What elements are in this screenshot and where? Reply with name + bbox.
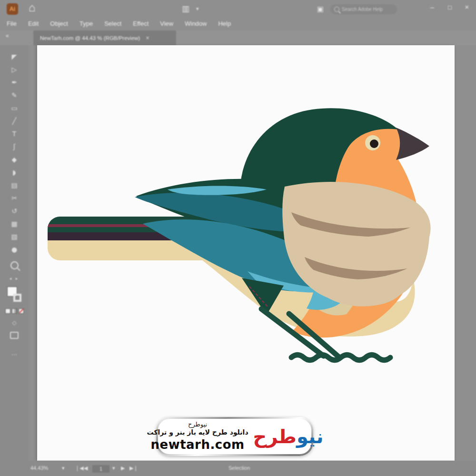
shape-tool[interactable]: ◆ (0, 156, 29, 169)
menu-bar: File Edit Object Type Select Effect View… (7, 20, 231, 30)
menu-object[interactable]: Object (50, 20, 68, 30)
blob-brush-tool[interactable]: ● (0, 246, 29, 258)
zoom-level-value[interactable]: 44.43% (30, 465, 48, 471)
curvature-tool[interactable]: ✎ (0, 91, 29, 104)
document-tab-bar: « NewTarh.com @ 44.43 % (RGB/Preview) × (0, 30, 476, 45)
watermark-brand: نیوطرح (188, 421, 207, 428)
edit-toolbar-icon[interactable]: ⋯ (11, 351, 18, 358)
menu-file[interactable]: File (7, 20, 17, 30)
previous-artboard-icon[interactable]: ◀ (84, 465, 88, 471)
newtarh-logo: نیوطرح (253, 427, 327, 446)
watermark-domain: newtarh.com (150, 437, 244, 453)
stroke-swatch[interactable] (13, 294, 21, 302)
artboard-dropdown-caret-icon[interactable]: ▾ (112, 465, 115, 471)
artboard-canvas[interactable] (37, 45, 455, 461)
tab-close-icon[interactable]: × (146, 35, 149, 41)
illustrator-app-icon[interactable]: Ai (7, 3, 18, 15)
watermark-text-block: نیوطرح دانلود طرح لایه باز بنر و تراکت n… (143, 421, 248, 452)
graph-tool[interactable]: ▦ (0, 220, 29, 233)
status-bar: 44.43% ▾ ❘◀ ◀ 1 ▾ ▶ ▶❘ Selection (0, 461, 476, 476)
search-placeholder: Search Adobe Help (342, 7, 383, 12)
tools-panel: ◤ ▷ ✒ ✎ ▭ ╱ T ʃ ◆ ◗ ▤ ✂ ↺ ▦ ▧ ● ◂ ▸ ◇ ⋯ (0, 45, 29, 461)
zoom-tool-icon[interactable] (10, 261, 19, 269)
menu-effect[interactable]: Effect (133, 20, 149, 30)
mesh-tool[interactable]: ▤ (0, 181, 29, 194)
search-icon (334, 7, 339, 12)
shaper-tool[interactable]: ◗ (0, 169, 29, 181)
newtarh-watermark: نیوطرح نیوطرح دانلود طرح لایه باز بنر و … (156, 417, 313, 456)
artboard-tool[interactable]: ▭ (0, 104, 29, 117)
zoom-dropdown-caret-icon[interactable]: ▾ (62, 465, 65, 471)
logo-part-red: طرح (253, 426, 297, 447)
next-artboard-icon[interactable]: ▶ (121, 465, 125, 471)
swap-fill-stroke-icon[interactable]: ◂ ▸ (10, 276, 20, 281)
minimize-button[interactable]: – (426, 3, 438, 11)
rotate-tool[interactable]: ↺ (0, 207, 29, 220)
document-tab[interactable]: NewTarh.com @ 44.43 % (RGB/Preview) × (33, 30, 176, 45)
home-icon[interactable]: ⌂ (29, 1, 36, 14)
menu-type[interactable]: Type (79, 20, 93, 30)
menu-help[interactable]: Help (218, 20, 231, 30)
gradient-tool[interactable]: ▧ (0, 233, 29, 246)
gradient-mode-icon[interactable] (12, 308, 17, 314)
workspace-caret-icon[interactable]: ▾ (196, 6, 199, 12)
workspace-switcher-icon[interactable]: ▥ (182, 4, 189, 14)
menu-edit[interactable]: Edit (28, 20, 39, 30)
paintbrush-tool[interactable]: ʃ (0, 143, 29, 156)
color-type-row (5, 308, 24, 314)
color-mode-icon[interactable] (5, 308, 10, 314)
line-segment-tool[interactable]: ╱ (0, 117, 29, 130)
direct-selection-tool[interactable]: ▷ (0, 66, 29, 79)
arrange-documents-icon[interactable]: ▣ (317, 5, 324, 13)
maximize-button[interactable]: □ (444, 4, 456, 11)
search-field[interactable]: Search Adobe Help (330, 4, 397, 14)
title-bar: Ai ⌂ ▥ ▾ ▣ Search Adobe Help – □ × (0, 0, 476, 19)
logo-part-blue: نیو (297, 426, 323, 447)
document-tab-title: NewTarh.com @ 44.43 % (RGB/Preview) (40, 35, 140, 41)
first-artboard-icon[interactable]: ❘◀ (75, 465, 84, 471)
pen-tool[interactable]: ✒ (0, 79, 29, 91)
selection-tool[interactable]: ◤ (0, 53, 29, 66)
scissors-tool[interactable]: ✂ (0, 194, 29, 207)
menu-select[interactable]: Select (104, 20, 121, 30)
type-tool[interactable]: T (0, 130, 29, 143)
menu-window[interactable]: Window (185, 20, 207, 30)
fill-stroke-swatches[interactable] (7, 287, 21, 302)
dock-collapse-icon[interactable]: « (6, 32, 9, 39)
last-artboard-icon[interactable]: ▶❘ (129, 465, 138, 471)
artboard-number-field[interactable]: 1 (92, 465, 109, 473)
menu-view[interactable]: View (160, 20, 173, 30)
drawing-modes-icon[interactable] (10, 332, 19, 339)
close-button[interactable]: × (461, 3, 473, 11)
none-mode-icon[interactable] (19, 308, 24, 314)
status-label: Selection (228, 465, 250, 471)
watermark-tagline: دانلود طرح لایه باز بنر و تراکت (147, 428, 248, 437)
shape-mini-icon[interactable]: ◇ (12, 319, 16, 326)
